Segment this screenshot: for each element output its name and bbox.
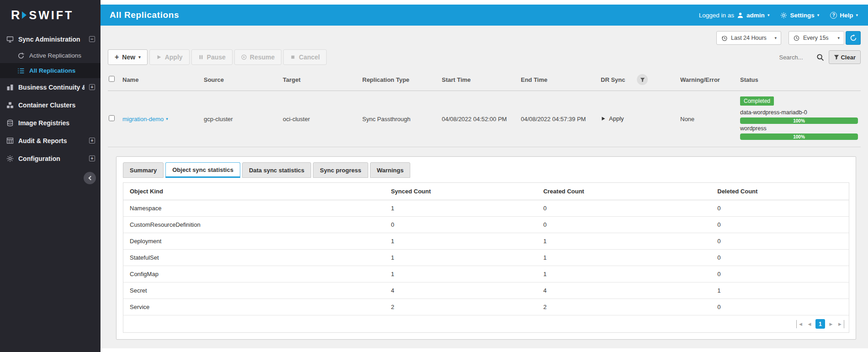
resume-button[interactable]: Resume	[234, 49, 281, 65]
progress-bar: 100%	[740, 133, 858, 140]
resume-icon	[241, 54, 247, 60]
plus-icon: +	[115, 53, 119, 61]
sidebar-collapse-button[interactable]	[84, 172, 96, 184]
sidebar-item-image-registries[interactable]: Image Registries	[0, 114, 101, 132]
expand-box-icon[interactable]: +	[89, 138, 95, 144]
column-header-replication-type[interactable]: Replication Type	[361, 70, 441, 91]
list-icon	[17, 67, 25, 75]
user-icon	[737, 12, 744, 19]
column-header-start-time[interactable]: Start Time	[441, 70, 520, 91]
column-header-target[interactable]: Target	[282, 70, 361, 91]
stats-column-created-count: Created Count	[537, 183, 711, 200]
column-header-status[interactable]: Status	[739, 70, 861, 91]
table-header-row: Name Source Target Replication Type Star…	[108, 70, 861, 91]
tab-warnings[interactable]: Warnings	[370, 162, 411, 178]
deleted-count-cell: 0	[711, 217, 849, 233]
settings-menu[interactable]: Settings ▾	[780, 12, 819, 19]
new-button[interactable]: + New ▾	[108, 49, 148, 65]
expand-box-icon[interactable]: +	[89, 155, 95, 161]
sidebar-item-all-replications[interactable]: All Replications	[0, 63, 101, 78]
replication-name-link[interactable]: migration-demo ▾	[122, 116, 168, 123]
name-cell: migration-demo ▾	[122, 91, 203, 147]
sidebar-item-label: Audit & Reports	[18, 137, 85, 144]
sidebar-item-label: Image Registries	[18, 119, 95, 127]
bottom-gap	[101, 348, 868, 352]
report-table-icon	[6, 137, 14, 144]
pagination: ◀ ◀ 1 ▶ ▶	[123, 315, 849, 332]
end-time-cell: 04/08/2022 04:57:39 PM	[520, 91, 600, 147]
play-icon	[156, 54, 162, 60]
collapse-box-icon[interactable]: −	[89, 36, 95, 42]
search-icon[interactable]	[816, 53, 824, 61]
refresh-button[interactable]	[846, 31, 861, 45]
main-region: All Replications Logged in as admin ▾ Se…	[101, 0, 868, 352]
next-page-button[interactable]: ▶	[827, 320, 835, 328]
previous-page-button[interactable]: ◀	[806, 320, 813, 328]
help-label: Help	[840, 12, 853, 19]
column-header-warning-error[interactable]: Warning/Error	[679, 70, 739, 91]
sidebar-item-label: Container Clusters	[18, 101, 95, 109]
sidebar-item-audit-reports[interactable]: Audit & Reports +	[0, 132, 101, 149]
sidebar-item-business-continuity-dr[interactable]: Business Continuity & DR +	[0, 78, 101, 96]
search-input[interactable]	[779, 54, 812, 61]
last-page-button[interactable]: ▶	[837, 320, 844, 328]
sidebar-nav: Sync Administration − Active Replication…	[0, 30, 101, 184]
dr-apply-button[interactable]: Apply	[601, 115, 624, 122]
sidebar: R SWIFT Sync Administration − Active Rep…	[0, 0, 101, 352]
user-menu[interactable]: Logged in as admin ▾	[699, 12, 770, 19]
clear-filter-button[interactable]: Clear	[829, 50, 861, 64]
sidebar-item-configuration[interactable]: Configuration +	[0, 149, 101, 167]
history-clock-icon	[721, 35, 728, 42]
tab-data-sync-statistics[interactable]: Data sync statistics	[242, 162, 311, 178]
synced-count-cell: 4	[385, 283, 537, 299]
sidebar-item-label: Configuration	[18, 155, 85, 162]
app-logo: R SWIFT	[0, 0, 101, 30]
created-count-cell: 1	[537, 233, 711, 250]
stats-row: StatefulSet 1 1 0	[123, 250, 849, 266]
status-cell: Completed data-wordpress-mariadb-0 100% …	[739, 91, 861, 147]
column-header-dr-sync[interactable]: DR Sync	[600, 70, 679, 91]
cancel-button[interactable]: Cancel	[283, 49, 327, 65]
apply-button[interactable]: Apply	[149, 49, 190, 65]
stats-header-row: Object Kind Synced Count Created Count D…	[123, 183, 849, 200]
object-kind-cell: Deployment	[123, 233, 385, 250]
column-header-name[interactable]: Name	[122, 70, 203, 91]
row-select-cell	[108, 91, 122, 147]
chevron-down-icon: ▾	[138, 55, 141, 59]
refresh-interval-select[interactable]: Every 15s ▾	[789, 31, 844, 45]
row-checkbox[interactable]	[109, 115, 115, 121]
refresh-interval-value: Every 15s	[803, 35, 829, 41]
tab-summary[interactable]: Summary	[123, 162, 164, 178]
chevron-down-icon: ▾	[856, 13, 858, 17]
sidebar-item-active-replications[interactable]: Active Replications	[0, 48, 101, 63]
expand-box-icon[interactable]: +	[89, 84, 95, 90]
time-range-select[interactable]: Last 24 Hours ▾	[716, 31, 781, 45]
current-page-button[interactable]: 1	[815, 319, 825, 329]
column-header-end-time[interactable]: End Time	[520, 70, 600, 91]
help-menu[interactable]: ? Help ▾	[830, 12, 858, 19]
detail-panel: Summary Object sync statistics Data sync…	[116, 156, 856, 340]
table-row: migration-demo ▾ gcp-cluster oci-cluster…	[108, 91, 861, 147]
pause-button[interactable]: Pause	[191, 49, 233, 65]
column-header-source[interactable]: Source	[203, 70, 282, 91]
pause-icon	[198, 54, 204, 60]
play-icon	[601, 116, 606, 121]
synced-count-cell: 1	[385, 266, 537, 283]
created-count-cell: 2	[537, 299, 711, 315]
filter-icon[interactable]	[637, 74, 648, 85]
object-kind-cell: CustomResourceDefinition	[123, 217, 385, 233]
sidebar-item-container-clusters[interactable]: Container Clusters	[0, 96, 101, 114]
select-all-checkbox[interactable]	[109, 76, 115, 82]
deleted-count-cell: 1	[711, 283, 849, 299]
tab-sync-progress[interactable]: Sync progress	[313, 162, 368, 178]
object-kind-cell: StatefulSet	[123, 250, 385, 266]
sidebar-item-sync-administration[interactable]: Sync Administration −	[0, 30, 101, 48]
source-cell: gcp-cluster	[203, 91, 282, 147]
synced-count-cell: 2	[385, 299, 537, 315]
tab-object-sync-statistics[interactable]: Object sync statistics	[165, 162, 240, 178]
created-count-cell: 1	[537, 266, 711, 283]
stats-column-deleted-count: Deleted Count	[711, 183, 849, 200]
logo-mark-icon	[22, 11, 26, 19]
stop-icon	[290, 54, 296, 60]
first-page-button[interactable]: ◀	[796, 320, 804, 328]
